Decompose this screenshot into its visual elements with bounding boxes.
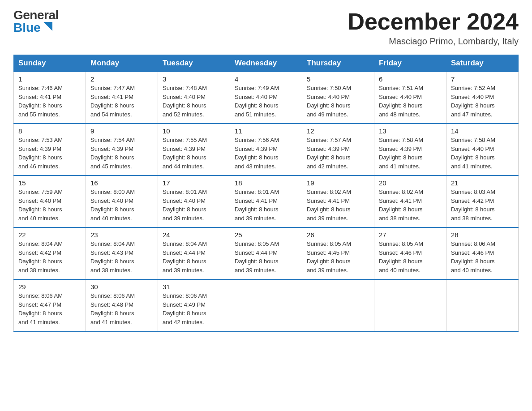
day-number: 7 xyxy=(451,75,514,83)
day-number: 28 xyxy=(451,231,514,239)
calendar-week-row: 1 Sunrise: 7:46 AM Sunset: 4:41 PM Dayli… xyxy=(14,72,519,124)
title-block: December 2024 Masciago Primo, Lombardy, … xyxy=(348,9,519,47)
day-info: Sunrise: 8:04 AM Sunset: 4:42 PM Dayligh… xyxy=(18,240,81,274)
day-number: 3 xyxy=(163,75,225,83)
calendar-week-row: 8 Sunrise: 7:53 AM Sunset: 4:39 PM Dayli… xyxy=(14,124,519,176)
day-number: 18 xyxy=(235,179,297,187)
day-number: 27 xyxy=(379,231,442,239)
logo-line2-text: Blue xyxy=(13,21,41,34)
calendar-day-cell: 29 Sunrise: 8:06 AM Sunset: 4:47 PM Dayl… xyxy=(14,279,86,331)
day-info: Sunrise: 8:03 AM Sunset: 4:42 PM Dayligh… xyxy=(451,188,514,223)
day-number: 2 xyxy=(90,75,153,83)
day-info: Sunrise: 7:51 AM Sunset: 4:40 PM Dayligh… xyxy=(379,84,442,119)
day-info: Sunrise: 7:46 AM Sunset: 4:41 PM Dayligh… xyxy=(18,84,81,119)
day-number: 22 xyxy=(18,231,81,239)
col-header-saturday: Saturday xyxy=(446,55,519,72)
col-header-sunday: Sunday xyxy=(14,55,86,72)
day-number: 31 xyxy=(163,283,225,291)
calendar-day-cell: 6 Sunrise: 7:51 AM Sunset: 4:40 PM Dayli… xyxy=(374,72,446,124)
calendar-day-cell: 15 Sunrise: 7:59 AM Sunset: 4:40 PM Dayl… xyxy=(14,176,86,227)
day-number: 21 xyxy=(451,179,514,187)
calendar-day-cell: 24 Sunrise: 8:04 AM Sunset: 4:44 PM Dayl… xyxy=(158,227,230,279)
day-number: 15 xyxy=(18,179,81,187)
day-info: Sunrise: 7:59 AM Sunset: 4:40 PM Dayligh… xyxy=(18,188,81,223)
day-number: 19 xyxy=(307,179,369,187)
calendar-week-row: 15 Sunrise: 7:59 AM Sunset: 4:40 PM Dayl… xyxy=(14,176,519,227)
day-info: Sunrise: 7:58 AM Sunset: 4:39 PM Dayligh… xyxy=(379,136,442,171)
day-number: 16 xyxy=(90,179,153,187)
calendar-header-row: SundayMondayTuesdayWednesdayThursdayFrid… xyxy=(14,55,519,72)
day-number: 1 xyxy=(18,75,81,83)
day-number: 24 xyxy=(163,231,225,239)
day-number: 4 xyxy=(235,75,297,83)
logo: General Blue xyxy=(13,9,59,34)
calendar-day-cell: 27 Sunrise: 8:05 AM Sunset: 4:46 PM Dayl… xyxy=(374,227,446,279)
calendar-empty-cell xyxy=(230,279,302,331)
calendar-day-cell: 5 Sunrise: 7:50 AM Sunset: 4:40 PM Dayli… xyxy=(302,72,374,124)
calendar-day-cell: 13 Sunrise: 7:58 AM Sunset: 4:39 PM Dayl… xyxy=(374,124,446,176)
col-header-wednesday: Wednesday xyxy=(230,55,302,72)
day-info: Sunrise: 7:48 AM Sunset: 4:40 PM Dayligh… xyxy=(163,84,225,119)
day-info: Sunrise: 8:05 AM Sunset: 4:46 PM Dayligh… xyxy=(379,240,442,274)
col-header-tuesday: Tuesday xyxy=(158,55,230,72)
day-info: Sunrise: 8:06 AM Sunset: 4:46 PM Dayligh… xyxy=(451,240,514,274)
day-info: Sunrise: 7:53 AM Sunset: 4:39 PM Dayligh… xyxy=(18,136,81,171)
day-info: Sunrise: 8:06 AM Sunset: 4:47 PM Dayligh… xyxy=(18,291,81,326)
calendar-day-cell: 22 Sunrise: 8:04 AM Sunset: 4:42 PM Dayl… xyxy=(14,227,86,279)
location-subtitle: Masciago Primo, Lombardy, Italy xyxy=(348,36,519,47)
page-header: General Blue December 2024 Masciago Prim… xyxy=(13,9,519,47)
day-info: Sunrise: 7:47 AM Sunset: 4:41 PM Dayligh… xyxy=(90,84,153,119)
calendar-day-cell: 21 Sunrise: 8:03 AM Sunset: 4:42 PM Dayl… xyxy=(446,176,519,227)
day-info: Sunrise: 8:01 AM Sunset: 4:41 PM Dayligh… xyxy=(235,188,297,223)
calendar-day-cell: 2 Sunrise: 7:47 AM Sunset: 4:41 PM Dayli… xyxy=(86,72,158,124)
day-number: 10 xyxy=(163,127,225,135)
day-number: 13 xyxy=(379,127,442,135)
calendar-day-cell: 7 Sunrise: 7:52 AM Sunset: 4:40 PM Dayli… xyxy=(446,72,519,124)
day-info: Sunrise: 8:06 AM Sunset: 4:48 PM Dayligh… xyxy=(90,291,153,326)
day-info: Sunrise: 7:49 AM Sunset: 4:40 PM Dayligh… xyxy=(235,84,297,119)
day-number: 11 xyxy=(235,127,297,135)
calendar-empty-cell xyxy=(446,279,519,331)
calendar-day-cell: 1 Sunrise: 7:46 AM Sunset: 4:41 PM Dayli… xyxy=(14,72,86,124)
logo-arrow-icon xyxy=(43,22,52,33)
month-title: December 2024 xyxy=(348,9,519,34)
day-number: 30 xyxy=(90,283,153,291)
day-info: Sunrise: 8:06 AM Sunset: 4:49 PM Dayligh… xyxy=(163,291,225,326)
day-number: 14 xyxy=(451,127,514,135)
col-header-friday: Friday xyxy=(374,55,446,72)
calendar-week-row: 22 Sunrise: 8:04 AM Sunset: 4:42 PM Dayl… xyxy=(14,227,519,279)
calendar-day-cell: 9 Sunrise: 7:54 AM Sunset: 4:39 PM Dayli… xyxy=(86,124,158,176)
calendar-day-cell: 4 Sunrise: 7:49 AM Sunset: 4:40 PM Dayli… xyxy=(230,72,302,124)
calendar-day-cell: 20 Sunrise: 8:02 AM Sunset: 4:41 PM Dayl… xyxy=(374,176,446,227)
day-number: 8 xyxy=(18,127,81,135)
day-info: Sunrise: 8:01 AM Sunset: 4:40 PM Dayligh… xyxy=(163,188,225,223)
day-info: Sunrise: 7:52 AM Sunset: 4:40 PM Dayligh… xyxy=(451,84,514,119)
calendar-day-cell: 23 Sunrise: 8:04 AM Sunset: 4:43 PM Dayl… xyxy=(86,227,158,279)
calendar-day-cell: 25 Sunrise: 8:05 AM Sunset: 4:44 PM Dayl… xyxy=(230,227,302,279)
day-info: Sunrise: 7:54 AM Sunset: 4:39 PM Dayligh… xyxy=(90,136,153,171)
calendar-day-cell: 28 Sunrise: 8:06 AM Sunset: 4:46 PM Dayl… xyxy=(446,227,519,279)
col-header-monday: Monday xyxy=(86,55,158,72)
calendar-empty-cell xyxy=(374,279,446,331)
calendar-table: SundayMondayTuesdayWednesdayThursdayFrid… xyxy=(13,55,519,332)
day-number: 26 xyxy=(307,231,369,239)
day-number: 25 xyxy=(235,231,297,239)
day-number: 29 xyxy=(18,283,81,291)
day-number: 20 xyxy=(379,179,442,187)
day-number: 9 xyxy=(90,127,153,135)
day-info: Sunrise: 8:02 AM Sunset: 4:41 PM Dayligh… xyxy=(307,188,369,223)
calendar-day-cell: 10 Sunrise: 7:55 AM Sunset: 4:39 PM Dayl… xyxy=(158,124,230,176)
day-number: 6 xyxy=(379,75,442,83)
calendar-week-row: 29 Sunrise: 8:06 AM Sunset: 4:47 PM Dayl… xyxy=(14,279,519,331)
day-info: Sunrise: 8:04 AM Sunset: 4:44 PM Dayligh… xyxy=(163,240,225,274)
calendar-day-cell: 18 Sunrise: 8:01 AM Sunset: 4:41 PM Dayl… xyxy=(230,176,302,227)
calendar-day-cell: 17 Sunrise: 8:01 AM Sunset: 4:40 PM Dayl… xyxy=(158,176,230,227)
day-info: Sunrise: 7:56 AM Sunset: 4:39 PM Dayligh… xyxy=(235,136,297,171)
calendar-day-cell: 12 Sunrise: 7:57 AM Sunset: 4:39 PM Dayl… xyxy=(302,124,374,176)
calendar-day-cell: 11 Sunrise: 7:56 AM Sunset: 4:39 PM Dayl… xyxy=(230,124,302,176)
calendar-day-cell: 19 Sunrise: 8:02 AM Sunset: 4:41 PM Dayl… xyxy=(302,176,374,227)
svg-marker-0 xyxy=(43,22,52,31)
calendar-day-cell: 8 Sunrise: 7:53 AM Sunset: 4:39 PM Dayli… xyxy=(14,124,86,176)
day-info: Sunrise: 7:50 AM Sunset: 4:40 PM Dayligh… xyxy=(307,84,369,119)
day-info: Sunrise: 8:05 AM Sunset: 4:44 PM Dayligh… xyxy=(235,240,297,274)
